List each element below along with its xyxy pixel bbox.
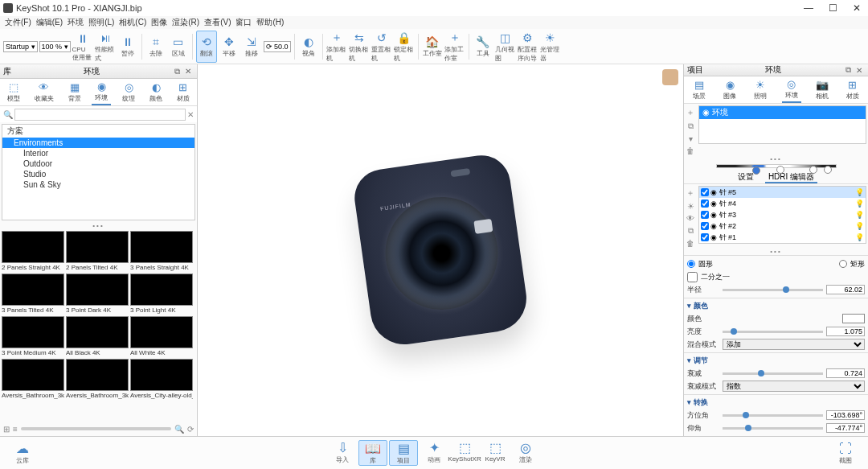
falloff-slider[interactable] [723,372,823,375]
toolbar-button[interactable]: 🏠工作室 [422,31,443,63]
toolbar-button[interactable]: ◫几何视图 [495,31,516,63]
tab[interactable]: ◉环境 [92,79,111,105]
tab[interactable]: 👁收藏夹 [31,80,57,105]
pin-row[interactable]: ◉ 针 #5💡 [699,187,866,198]
zoom-combo[interactable]: 100 % ▾ [39,41,71,52]
minimize-button[interactable]: — [800,2,817,14]
toolbar-button[interactable]: ▭区域 [168,31,189,63]
env-thumbnail[interactable]: 3 Panels Straight 4K [130,231,193,272]
menu-item[interactable]: 窗口 [234,17,253,28]
pin-visible-checkbox[interactable] [701,188,709,196]
tab[interactable]: ▦背景 [65,80,84,105]
toolbar-button[interactable]: ＋添加相机 [326,31,347,63]
bottom-button[interactable]: ⛶截图 [831,442,860,465]
pin-row[interactable]: ◉ 针 #3💡 [699,209,866,220]
environment-list[interactable]: ◉ 环境 [698,105,866,144]
trash-icon[interactable]: 🗑 [686,146,694,155]
maximize-button[interactable]: ☐ [825,2,841,14]
render-viewport[interactable]: FUJIFILM [198,64,683,436]
env-thumbnail[interactable]: 3 Panels Tilted 4K [2,274,64,315]
toolbar-button[interactable]: ✥平移 [219,31,240,63]
add-icon[interactable]: ＋ [686,107,694,118]
pin-row[interactable]: ◉ 针 #4💡 [699,198,866,209]
tab[interactable]: ⊞材质 [174,80,193,105]
menu-item[interactable]: 照明(L) [87,17,116,28]
bottom-button[interactable]: ▤项目 [389,440,418,466]
clear-icon[interactable]: ✕ [187,110,194,119]
toolbar-button[interactable]: ⚙配置程序向导 [518,31,538,63]
search-input[interactable] [14,109,186,121]
menu-item[interactable]: 帮助(H) [255,17,285,28]
tree-root[interactable]: 方案 [2,125,194,138]
toolbar-button[interactable]: ⏸CPU 使用量 [72,31,93,63]
env-row-selected[interactable]: ◉ 环境 [699,106,866,119]
tab[interactable]: ◉图像 [720,77,739,102]
splitter-handle[interactable]: ••• [684,155,868,163]
tree-item[interactable]: Sun & Sky [2,179,194,190]
tab[interactable]: ◐颜色 [146,80,166,105]
bottom-button[interactable]: ⬚KeyShotXR [450,440,479,466]
env-thumbnail[interactable]: 3 Point Dark 4K [66,274,129,315]
undock-icon[interactable]: ⧉ [171,67,182,76]
close-button[interactable]: ✕ [849,2,865,14]
search-icon[interactable]: 🔍 [174,425,184,434]
pin-visible-checkbox[interactable] [701,222,709,230]
toolbar-button[interactable]: ⇆切换相机 [349,31,370,63]
menu-item[interactable]: 相机(C) [117,17,148,28]
shape-rect-radio[interactable] [839,260,847,268]
angle-combo[interactable]: ⟳ 50.0 [264,41,291,52]
tab[interactable]: ☀照明 [751,77,770,102]
tree-item[interactable]: Interior [2,148,194,158]
down-icon[interactable]: ▾ [689,134,693,143]
menu-item[interactable]: 环境 [66,17,85,28]
menu-item[interactable]: 编辑(E) [35,17,64,28]
bottom-button[interactable]: ✦动画 [420,440,448,466]
falloff-value[interactable] [826,368,865,378]
shape-circle-radio[interactable] [687,260,695,268]
toolbar-button[interactable]: ☀光管理器 [540,31,561,63]
toolbar-button[interactable]: ＋添加工作室 [444,31,465,63]
bottom-button[interactable]: ⬚KeyVR [481,440,510,466]
color-swatch[interactable] [842,314,865,323]
menu-item[interactable]: 图像 [149,17,169,28]
splitter-handle[interactable]: ••• [684,248,868,255]
close-icon[interactable]: ✕ [182,67,194,76]
menu-item[interactable]: 查看(V) [203,17,232,28]
toolbar-button[interactable]: ⏯性能模式 [95,31,116,63]
bottom-button[interactable]: 📖库 [358,440,387,466]
eye-icon[interactable]: 👁 [686,214,694,223]
blend-mode-select[interactable]: 添加 [723,339,865,350]
tab[interactable]: 📷相机 [813,77,832,102]
add-pin-icon[interactable]: ＋ [686,187,694,199]
refresh-icon[interactable]: ⟳ [187,425,194,434]
sun-icon[interactable]: ☀ [687,202,694,211]
hdri-preview[interactable] [716,164,837,168]
toolbar-button[interactable]: ⇲推移 [241,31,262,63]
falloff-mode-select[interactable]: 指数 [723,381,865,392]
pin-row[interactable]: ◉ 针 #1💡 [699,232,866,243]
brightness-value[interactable] [826,327,865,336]
tab[interactable]: ▤场景 [690,77,709,102]
toolbar-button[interactable]: ⟲翻滚 [196,31,217,63]
toolbar-button[interactable]: 🔧工具 [473,31,493,63]
thumb-size-slider[interactable] [21,427,171,430]
toolbar-button[interactable]: ↺重置相机 [371,31,392,63]
toolbar-button[interactable]: ◐视角 [298,31,319,63]
elevation-value[interactable] [826,423,865,433]
tab[interactable]: ◎环境 [782,76,801,103]
bottom-button[interactable]: ⇩导入 [328,440,357,466]
azimuth-slider[interactable] [723,414,823,417]
menu-item[interactable]: 渲染(R) [170,17,201,28]
pin-visible-checkbox[interactable] [701,200,709,208]
env-thumbnail[interactable]: Aversis_Bathroom_3k [2,359,64,400]
toolbar-button[interactable]: 🔒锁定相机 [394,31,415,63]
tab[interactable]: ⬚模型 [4,80,23,105]
toolbar-button[interactable]: ⌗去除 [145,31,166,63]
copy-icon[interactable]: ⧉ [688,226,694,236]
environment-tree[interactable]: 方案 Environments InteriorOutdoorStudioSun… [2,124,195,220]
workspace-combo[interactable]: Startup ▾ [3,41,38,52]
bottom-button[interactable]: ☁云库 [8,441,37,465]
grid-icon[interactable]: ⊞ [3,425,10,434]
elevation-slider[interactable] [723,427,823,430]
pin-visible-checkbox[interactable] [701,211,709,219]
